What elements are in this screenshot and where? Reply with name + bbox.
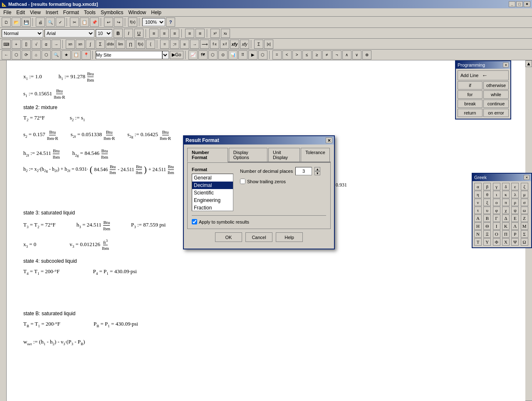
undo-button[interactable]: ↩ — [104, 17, 113, 27]
ineq1-button[interactable]: |x| — [264, 40, 273, 49]
op1[interactable]: = — [272, 50, 282, 60]
equals-button[interactable]: = — [160, 40, 169, 49]
scatter-button[interactable]: ⠿ — [238, 50, 247, 60]
bar-button[interactable]: 📊 — [228, 50, 238, 60]
calculator-button[interactable]: ⌨ — [2, 40, 11, 49]
font-select[interactable]: Arial — [45, 29, 94, 37]
fx-button[interactable]: f·x — [210, 40, 219, 49]
op9[interactable]: ∨ — [352, 50, 361, 60]
minimize-button[interactable]: _ — [509, 1, 515, 7]
op5[interactable]: ≥ — [312, 50, 322, 60]
op3[interactable]: > — [292, 50, 302, 60]
preview-button[interactable]: 🔍 — [46, 17, 55, 27]
menu-window[interactable]: Window — [126, 9, 149, 16]
size-select[interactable]: 10 — [96, 29, 112, 37]
new-button[interactable]: 🗋 — [2, 17, 11, 27]
tab-display-options[interactable]: Display Options — [229, 148, 267, 162]
cut-button[interactable]: ✂ — [70, 17, 79, 27]
menu-tools[interactable]: Tools — [82, 9, 98, 16]
help-dialog-button[interactable]: Help — [276, 232, 303, 242]
url-dropdown[interactable] — [162, 51, 169, 59]
trailing-zeros-checkbox[interactable] — [240, 179, 245, 184]
op8[interactable]: ∧ — [342, 50, 351, 60]
xf-button[interactable]: x·f — [220, 40, 229, 49]
url-input[interactable] — [96, 51, 162, 59]
align-right-button[interactable]: ≡ — [170, 29, 179, 38]
sum-button[interactable]: Σ — [96, 40, 105, 49]
menu-help[interactable]: Help — [148, 9, 164, 16]
tab-unit-display[interactable]: Unit Display — [268, 148, 300, 162]
menu-view[interactable]: View — [27, 9, 43, 16]
menu-file[interactable]: File — [1, 9, 14, 16]
derivative-button[interactable]: d/dx — [106, 40, 115, 49]
format-general[interactable]: General — [192, 174, 233, 182]
nav-bookmarks[interactable]: ★ — [62, 50, 71, 60]
menu-symbolics[interactable]: Symbolics — [98, 9, 126, 16]
polar-button[interactable]: ⊙ — [218, 50, 228, 60]
underline-button[interactable]: U — [134, 29, 144, 38]
contour-button[interactable]: 🗺 — [198, 50, 208, 60]
integral-button[interactable]: ∫ — [86, 40, 95, 49]
help-button[interactable]: ? — [166, 17, 175, 27]
redo-button[interactable]: ↪ — [114, 17, 123, 27]
nav-forward[interactable]: ⬡ — [12, 50, 21, 60]
format-fraction[interactable]: Fraction — [192, 204, 233, 211]
eq-button[interactable]: ≡ — [180, 40, 189, 49]
spellcheck-button[interactable]: ✓ — [56, 17, 65, 27]
style-select[interactable]: Normal — [2, 29, 43, 37]
align-center-button[interactable]: ≡ — [160, 29, 169, 38]
go-button[interactable]: ▶Go — [170, 51, 183, 59]
close-button[interactable]: ✕ — [524, 1, 530, 7]
nav-search[interactable]: 🔍 — [52, 50, 61, 60]
rarrow-button[interactable]: → — [190, 40, 199, 49]
matrix-button[interactable]: [] — [22, 40, 31, 49]
ok-button[interactable]: OK — [215, 232, 242, 242]
subscript-button[interactable]: x₂ — [221, 29, 230, 38]
dialog-close-button[interactable]: ✕ — [326, 137, 332, 143]
open-button[interactable]: 📂 — [12, 17, 21, 27]
nav-stop[interactable]: ⬡ — [42, 50, 51, 60]
bold-button[interactable]: B — [114, 29, 123, 38]
menu-insert[interactable]: Insert — [43, 9, 61, 16]
op7[interactable]: ¬ — [332, 50, 341, 60]
piecewise-button[interactable]: { — [146, 40, 155, 49]
apply-symbolic-checkbox[interactable] — [192, 219, 197, 224]
nav-refresh[interactable]: ⟳ — [22, 50, 31, 60]
plus-button[interactable]: + — [12, 40, 21, 49]
it-button[interactable]: xfy — [240, 40, 249, 49]
arrow-button[interactable]: → — [52, 40, 61, 49]
bullet-button[interactable]: ≡ — [185, 29, 194, 38]
decimal-places-input[interactable] — [295, 167, 312, 175]
assign-button[interactable]: := — [170, 40, 179, 49]
product-button[interactable]: ∏ — [126, 40, 135, 49]
op2[interactable]: < — [282, 50, 292, 60]
greek-button[interactable]: α — [42, 40, 51, 49]
graph-button[interactable]: 📈 — [188, 50, 198, 60]
align-left-button[interactable]: ≡ — [149, 29, 158, 38]
tab-number-format[interactable]: Number Format — [187, 148, 228, 162]
menu-edit[interactable]: Edit — [14, 9, 27, 16]
format-decimal[interactable]: Decimal — [192, 182, 233, 189]
subscript-math-button[interactable]: xn — [66, 40, 75, 49]
number-list-button[interactable]: ≡ — [195, 29, 205, 38]
spinner-up[interactable]: ▲ — [314, 167, 320, 171]
copy-button[interactable]: 📋 — [80, 17, 89, 27]
bold-x-button[interactable]: xfy — [230, 40, 239, 49]
fn-button[interactable]: f(x) — [136, 40, 145, 49]
format-engineering[interactable]: Engineering — [192, 197, 233, 204]
italic-button[interactable]: I — [124, 29, 133, 38]
import-button[interactable]: ⬡ — [258, 50, 267, 60]
superscript-button[interactable]: x² — [210, 29, 220, 38]
sigma-button[interactable]: Σ — [254, 40, 263, 49]
sqrt-button[interactable]: √ — [32, 40, 41, 49]
op10[interactable]: ⊕ — [362, 50, 371, 60]
superscript-math-button[interactable]: xn — [76, 40, 85, 49]
menu-format[interactable]: Format — [61, 9, 82, 16]
tab-tolerance[interactable]: Tolerance — [301, 148, 330, 162]
save-button[interactable]: 💾 — [22, 17, 31, 27]
anim-button[interactable]: ▶ — [248, 50, 257, 60]
nav-back[interactable]: ← — [2, 50, 11, 60]
print-button[interactable]: 🖨 — [36, 17, 45, 27]
limit-button[interactable]: lim — [116, 40, 125, 49]
nav-copy[interactable]: 📋 — [72, 50, 81, 60]
